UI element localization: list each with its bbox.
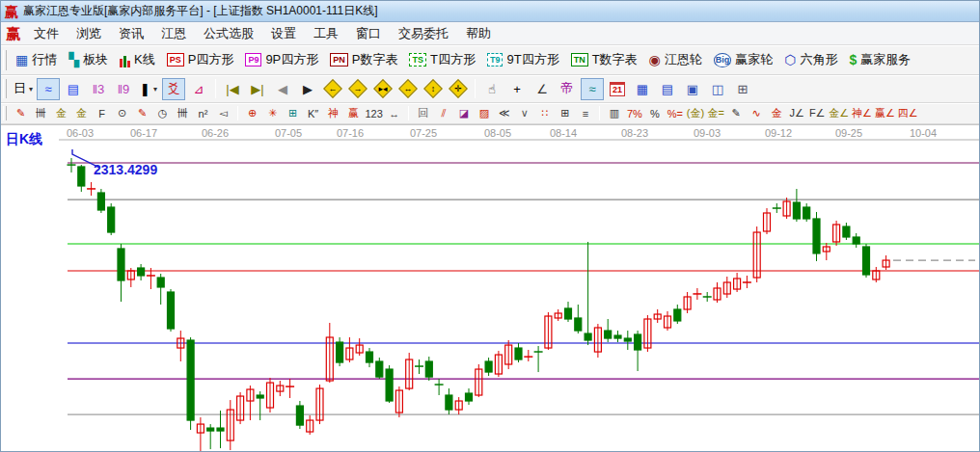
ying-lines-tool[interactable]: 赢 bbox=[344, 104, 364, 122]
gann-fan-tool[interactable]: ⫽ bbox=[434, 104, 453, 122]
candle-70[interactable] bbox=[753, 226, 760, 282]
gann-comb-tool[interactable]: 卌 bbox=[32, 104, 51, 122]
candle-18[interactable] bbox=[237, 392, 244, 424]
shen-angle-tool[interactable]: 神∠ bbox=[851, 104, 873, 122]
candle-1[interactable] bbox=[68, 158, 76, 173]
menu-item-4[interactable]: 江恩 bbox=[152, 22, 195, 45]
candle-28[interactable] bbox=[337, 337, 343, 366]
candle-66[interactable] bbox=[714, 282, 721, 303]
bar-steps-tool[interactable]: ▥ bbox=[605, 104, 624, 122]
candle-54[interactable] bbox=[594, 324, 601, 358]
menu-item-6[interactable]: 设置 bbox=[262, 22, 305, 45]
parallel-lines-tool[interactable]: ≡ bbox=[576, 104, 595, 122]
info-panel-tool[interactable]: ▤ bbox=[62, 78, 85, 100]
gold-gann-lines-1[interactable]: 金 bbox=[52, 104, 71, 122]
step-back-button[interactable]: ◀ bbox=[271, 78, 294, 100]
save-tool[interactable]: ▣ bbox=[681, 78, 704, 100]
percent-7-tool[interactable]: 7% bbox=[625, 104, 644, 122]
j-angle-tool[interactable]: J∠ bbox=[787, 104, 806, 122]
winner-wheel-button[interactable]: Big赢家轮 bbox=[709, 49, 780, 70]
candle-31[interactable] bbox=[367, 348, 373, 367]
toolbar-grip[interactable] bbox=[3, 50, 7, 70]
candle-49[interactable] bbox=[545, 312, 552, 350]
bars-3-tool[interactable]: ‖3 bbox=[87, 78, 110, 100]
monitor-tool[interactable]: ◫ bbox=[706, 78, 729, 100]
f-gann-lines[interactable]: F bbox=[93, 104, 112, 122]
menu-item-3[interactable]: 资讯 bbox=[110, 22, 152, 45]
candle-23[interactable] bbox=[286, 379, 294, 398]
candle-56[interactable] bbox=[614, 331, 621, 342]
candle-15[interactable] bbox=[207, 424, 214, 449]
menu-item-8[interactable]: 窗口 bbox=[347, 22, 390, 45]
grid-lines-tool[interactable]: ⊞ bbox=[556, 104, 575, 122]
gold-circle-tool[interactable]: (金) bbox=[686, 104, 705, 122]
t-square-button[interactable]: TST四方形 bbox=[404, 49, 481, 70]
candle-8[interactable] bbox=[138, 264, 145, 280]
boxed-fan-tool-2[interactable]: ▨ bbox=[475, 104, 494, 122]
grid-dots-tool[interactable]: ∷ bbox=[535, 104, 555, 122]
histogram-tool[interactable]: ⊿ bbox=[187, 78, 210, 100]
candle-72[interactable] bbox=[773, 203, 781, 213]
percent-lines-tool[interactable]: %= bbox=[666, 104, 685, 122]
candle-78[interactable] bbox=[833, 221, 840, 246]
candle-58[interactable] bbox=[635, 331, 641, 371]
angle-tool[interactable]: ∠ bbox=[531, 78, 554, 100]
candle-59[interactable] bbox=[644, 315, 651, 352]
boxed-fan-tool-1[interactable]: ◪ bbox=[454, 104, 474, 122]
calendar-tool[interactable]: 21 bbox=[606, 78, 629, 100]
candle-27[interactable] bbox=[326, 323, 333, 383]
grid-box-tool[interactable]: ⊞ bbox=[284, 104, 303, 122]
candle-67[interactable] bbox=[723, 277, 730, 298]
print-tool[interactable]: ⊞ bbox=[731, 78, 754, 100]
candle-61[interactable] bbox=[665, 311, 671, 331]
candle-21[interactable] bbox=[267, 378, 274, 412]
candle-79[interactable] bbox=[843, 223, 850, 240]
candle-64[interactable] bbox=[693, 288, 701, 300]
candle-11[interactable] bbox=[168, 289, 175, 332]
candle-34[interactable] bbox=[395, 386, 402, 417]
notes-tool[interactable]: ▤ bbox=[656, 78, 679, 100]
expand-v-diamond[interactable]: ↕ bbox=[422, 78, 445, 100]
menu-item-9[interactable]: 交易委托 bbox=[390, 22, 457, 45]
candle-81[interactable] bbox=[863, 244, 870, 278]
ruler-123-tool[interactable]: 123 bbox=[365, 104, 384, 122]
candle-16[interactable] bbox=[217, 411, 224, 448]
menu-item-10[interactable]: 帮助 bbox=[457, 22, 500, 45]
candle-82[interactable] bbox=[873, 267, 880, 282]
candle-32[interactable] bbox=[376, 358, 383, 379]
zoom-left-diamond[interactable]: ← bbox=[321, 78, 344, 100]
candle-77[interactable] bbox=[823, 243, 830, 260]
time-clock-tool[interactable]: ◷ bbox=[153, 104, 173, 122]
candle-30[interactable] bbox=[356, 338, 363, 356]
zigzag-tool[interactable]: ≈ bbox=[37, 78, 60, 100]
hexagon-button[interactable]: ⬡六角形 bbox=[779, 49, 844, 70]
candle-brush-tool[interactable]: ✎ bbox=[726, 104, 746, 122]
comb-plain-tool[interactable]: 卌 bbox=[174, 104, 193, 122]
box-select-tool[interactable]: 回 bbox=[414, 104, 433, 122]
pattern-tool[interactable]: 爻 bbox=[162, 78, 185, 100]
candle-38[interactable] bbox=[435, 379, 444, 395]
menu-item-2[interactable]: 浏览 bbox=[68, 22, 110, 45]
menu-item-7[interactable]: 工具 bbox=[305, 22, 347, 45]
menu-item-5[interactable]: 公式选股 bbox=[195, 22, 262, 45]
candle-57[interactable] bbox=[624, 331, 631, 350]
k-notes-tool[interactable]: K″ bbox=[304, 104, 323, 122]
candle-45[interactable] bbox=[505, 340, 512, 369]
candle-40[interactable] bbox=[455, 397, 462, 414]
period-selector[interactable]: 日▾ bbox=[12, 78, 35, 100]
candle-74[interactable] bbox=[793, 189, 800, 222]
brush-tool-2[interactable]: ✎ bbox=[133, 104, 152, 122]
candle-7[interactable] bbox=[127, 268, 134, 287]
gold-angle-tool[interactable]: 金∠ bbox=[828, 104, 850, 122]
hand-tool[interactable]: ☝ bbox=[480, 78, 504, 100]
bars-9-tool[interactable]: ‖9 bbox=[112, 78, 135, 100]
toolbar-grip[interactable] bbox=[3, 79, 7, 98]
expand-h-diamond[interactable]: ↔ bbox=[396, 78, 420, 100]
candle-12[interactable] bbox=[177, 331, 184, 361]
candle-50[interactable] bbox=[555, 309, 561, 321]
candle-71[interactable] bbox=[764, 208, 771, 234]
menu-item-1[interactable]: 文件 bbox=[25, 22, 68, 45]
circle-crosshair-tool[interactable]: ⊕ bbox=[243, 104, 262, 122]
shen-lines-tool[interactable]: 神 bbox=[324, 104, 343, 122]
candle-68[interactable] bbox=[734, 273, 741, 292]
